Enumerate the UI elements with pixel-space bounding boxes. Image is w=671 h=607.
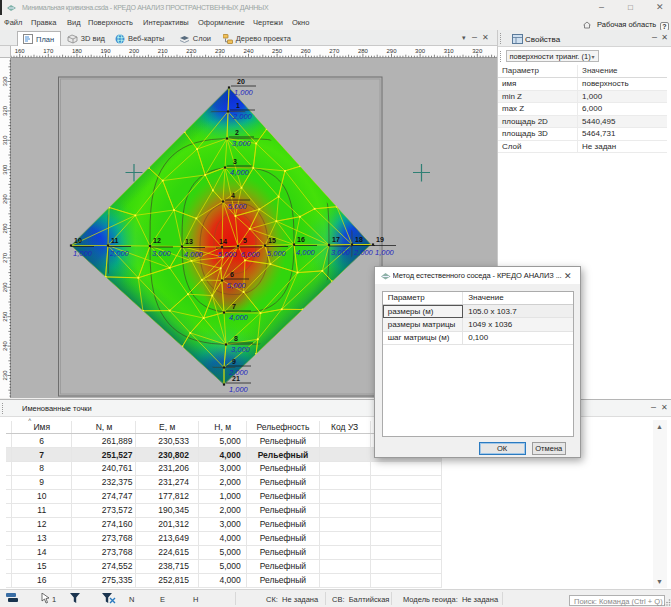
svg-text:320: 320	[2, 105, 8, 116]
svg-text:310: 310	[444, 48, 455, 54]
svg-text:240: 240	[243, 48, 254, 54]
svg-text:180: 180	[72, 48, 83, 54]
svg-text:10: 10	[74, 236, 82, 243]
svg-text:4,000: 4,000	[230, 168, 250, 177]
svg-text:290: 290	[386, 48, 397, 54]
svg-text:220: 220	[186, 48, 197, 54]
svg-text:13: 13	[185, 237, 193, 244]
svg-text:230: 230	[215, 48, 226, 54]
svg-text:200: 200	[129, 48, 140, 54]
svg-text:4,000: 4,000	[184, 249, 204, 258]
svg-text:6,000: 6,000	[241, 249, 261, 258]
svg-text:300: 300	[415, 48, 426, 54]
svg-text:2,000: 2,000	[232, 112, 253, 121]
svg-text:4,000: 4,000	[229, 313, 249, 322]
svg-text:320: 320	[472, 48, 483, 54]
svg-text:230: 230	[2, 369, 8, 380]
svg-text:8: 8	[234, 335, 238, 342]
svg-text:5: 5	[243, 237, 247, 244]
svg-text:5,000: 5,000	[218, 250, 238, 259]
svg-text:?: ?	[662, 23, 666, 30]
svg-text:2,000: 2,000	[109, 248, 130, 257]
svg-text:260: 260	[2, 281, 8, 292]
svg-text:260: 260	[301, 48, 312, 54]
svg-text:1,000: 1,000	[73, 248, 93, 257]
svg-text:330: 330	[2, 75, 8, 86]
svg-text:9: 9	[232, 358, 236, 365]
svg-text:17: 17	[332, 236, 340, 243]
svg-text:270: 270	[329, 48, 340, 54]
svg-text:16: 16	[297, 235, 305, 242]
svg-text:310: 310	[2, 134, 8, 145]
svg-text:240: 240	[2, 340, 8, 351]
svg-text:1,000: 1,000	[375, 247, 395, 256]
svg-text:7: 7	[232, 303, 236, 310]
svg-text:5,000: 5,000	[227, 281, 247, 290]
svg-text:5,000: 5,000	[228, 202, 248, 211]
svg-text:20: 20	[237, 78, 245, 85]
svg-text:3,000: 3,000	[331, 248, 351, 257]
svg-text:21: 21	[232, 375, 240, 382]
svg-text:15: 15	[268, 236, 276, 243]
svg-text:5,000: 5,000	[267, 248, 287, 257]
svg-text:11: 11	[111, 236, 119, 243]
svg-text:4,000: 4,000	[296, 247, 316, 256]
svg-text:280: 280	[2, 222, 8, 233]
svg-text:290: 290	[2, 193, 8, 204]
svg-text:3,000: 3,000	[231, 345, 251, 354]
svg-text:160: 160	[15, 48, 26, 54]
svg-text:4: 4	[231, 192, 235, 199]
svg-text:270: 270	[2, 252, 8, 263]
svg-text:1,000: 1,000	[234, 88, 254, 97]
svg-text:3: 3	[233, 158, 237, 165]
svg-text:18: 18	[355, 235, 363, 242]
svg-text:170: 170	[43, 48, 54, 54]
svg-text:300: 300	[2, 164, 8, 175]
svg-text:1,000: 1,000	[229, 385, 249, 394]
svg-text:3,000: 3,000	[232, 139, 252, 148]
svg-text:280: 280	[358, 48, 369, 54]
svg-text:14: 14	[219, 238, 227, 245]
svg-text:250: 250	[2, 311, 8, 322]
svg-text:2,000: 2,000	[353, 247, 374, 256]
svg-text:2: 2	[235, 129, 239, 136]
svg-text:190: 190	[100, 48, 111, 54]
svg-text:6: 6	[230, 271, 234, 278]
svg-text:210: 210	[158, 48, 169, 54]
svg-text:250: 250	[272, 48, 283, 54]
svg-text:3,000: 3,000	[152, 249, 172, 258]
svg-text:12: 12	[153, 237, 161, 244]
svg-text:19: 19	[376, 235, 384, 242]
svg-text:1: 1	[236, 102, 240, 109]
